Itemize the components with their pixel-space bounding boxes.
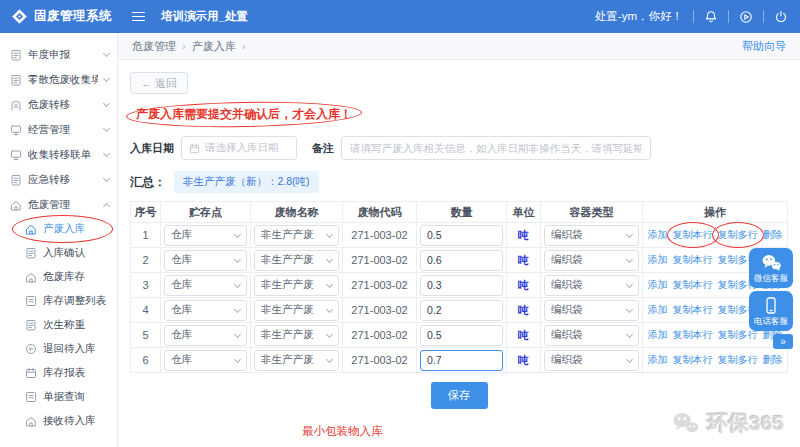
quantity-input[interactable] — [420, 275, 503, 296]
sidebar-subitem-document-query[interactable]: 单据查询 — [0, 385, 117, 409]
sidebar-item-annual-report[interactable]: 年度申报 — [0, 42, 117, 67]
sidebar-subitem-return-pending-inbound[interactable]: 退回待入库 — [0, 337, 117, 361]
sidebar-item-emergency-transfer[interactable]: 应急转移 — [0, 167, 117, 192]
header-right: 处置-ym，你好！ — [595, 9, 800, 24]
help-guide-link[interactable]: 帮助向导 — [742, 39, 786, 54]
wechat-service-button[interactable]: 微信客服 — [749, 248, 793, 288]
save-button[interactable]: 保存 — [431, 382, 488, 409]
table-row: 1仓库非生产产废271-003-02吨编织袋添加复制本行复制多行删除 — [131, 223, 788, 248]
active-tab[interactable]: 培训演示用_处置 — [161, 9, 248, 24]
quantity-input[interactable] — [420, 225, 503, 246]
waste-name-select[interactable]: 非生产产废 — [254, 325, 339, 346]
delete-row-link[interactable]: 删除 — [763, 228, 783, 242]
sidebar-subitem-receive-pending-inbound[interactable]: 接收待入库 — [0, 409, 117, 433]
container-type-select[interactable]: 编织袋 — [544, 250, 639, 271]
chevron-up-icon — [103, 202, 110, 209]
storage-select[interactable]: 仓库 — [164, 350, 247, 371]
storage-select[interactable]: 仓库 — [164, 325, 247, 346]
sidebar-subitem-waste-inbound[interactable]: 产废入库 — [0, 217, 117, 241]
storage-select[interactable]: 仓库 — [164, 250, 247, 271]
storage-select[interactable]: 仓库 — [164, 300, 247, 321]
add-row-link[interactable]: 添加 — [648, 278, 668, 292]
quantity-input[interactable] — [420, 300, 503, 321]
copy-row-link[interactable]: 复制本行 — [673, 253, 713, 267]
chevron-down-icon — [326, 281, 333, 288]
container-type-select[interactable]: 编织袋 — [544, 275, 639, 296]
quantity-input[interactable] — [420, 250, 503, 271]
container-type-select[interactable]: 编织袋 — [544, 325, 639, 346]
add-row-link[interactable]: 添加 — [648, 253, 668, 267]
phone-icon — [762, 296, 780, 315]
table-row: 3仓库非生产产废271-003-02吨编织袋添加复制本行复制多行删除 — [131, 273, 788, 298]
container-type-select[interactable]: 编织袋 — [544, 225, 639, 246]
sidebar-item-operation-management[interactable]: 经营管理 — [0, 117, 117, 142]
unit-label: 吨 — [507, 248, 541, 273]
quantity-input[interactable] — [420, 350, 503, 371]
breadcrumb-item[interactable]: 产废入库 — [192, 40, 236, 52]
delete-row-link[interactable]: 删除 — [763, 353, 783, 367]
watermark-text: 环保365 — [707, 409, 784, 437]
quantity-input[interactable] — [420, 325, 503, 346]
sidebar-item-scattered-hw-collection[interactable]: 零散危废收集填报 — [0, 67, 117, 92]
copy-row-link[interactable]: 复制本行 — [673, 303, 713, 317]
sidebar-subitem-inbound-confirm[interactable]: 入库确认 — [0, 241, 117, 265]
container-type-select[interactable]: 编织袋 — [544, 350, 639, 371]
sidebar-item-hw-transfer[interactable]: 危废转移 — [0, 92, 117, 117]
date-input[interactable]: 请选择入库日期 — [181, 136, 297, 160]
chevron-down-icon — [234, 306, 241, 313]
menu-toggle-icon[interactable] — [132, 12, 145, 22]
sidebar-subitem-hw-inventory[interactable]: 危废库存 — [0, 265, 117, 289]
sidebar-item-hw-management[interactable]: 危废管理 — [0, 192, 117, 217]
sidebar-subitem-label: 接收待入库 — [43, 414, 96, 428]
waste-name-select[interactable]: 非生产产废 — [254, 225, 339, 246]
add-row-link[interactable]: 添加 — [648, 303, 668, 317]
storage-select[interactable]: 仓库 — [164, 275, 247, 296]
chevron-down-icon — [626, 356, 633, 363]
back-circle-icon — [25, 343, 37, 355]
waste-code: 271-003-02 — [343, 273, 417, 298]
chevron-down-icon — [326, 231, 333, 238]
logout-power-icon[interactable] — [774, 10, 788, 24]
remark-input[interactable] — [341, 136, 651, 160]
sidebar-item-collection-transfer-manifest[interactable]: 收集转移联单 — [0, 142, 117, 167]
waste-name-select[interactable]: 非生产产废 — [254, 300, 339, 321]
copy-multi-row-link[interactable]: 复制多行 — [718, 353, 758, 367]
document-icon — [10, 49, 22, 61]
sidebar-subitem-inventory-adjust-list[interactable]: 库存调整列表 — [0, 289, 117, 313]
sidebar-subitem-secondary-weighing[interactable]: 次生称重 — [0, 313, 117, 337]
copy-row-link[interactable]: 复制本行 — [673, 278, 713, 292]
waste-name-select[interactable]: 非生产产废 — [254, 275, 339, 296]
unit-label: 吨 — [507, 273, 541, 298]
add-row-link[interactable]: 添加 — [648, 228, 668, 242]
sidebar-subitem-label: 产废入库 — [43, 222, 85, 236]
waste-name-select[interactable]: 非生产产废 — [254, 350, 339, 371]
storage-select[interactable]: 仓库 — [164, 225, 247, 246]
add-row-link[interactable]: 添加 — [648, 353, 668, 367]
waste-name-select[interactable]: 非生产产废 — [254, 250, 339, 271]
phone-service-button[interactable]: 电话客服 — [749, 291, 793, 331]
back-button[interactable]: ← 返回 — [130, 72, 188, 94]
copy-row-link[interactable]: 复制本行 — [673, 328, 713, 342]
copy-row-link[interactable]: 复制本行 — [673, 228, 713, 242]
container-type-select[interactable]: 编织袋 — [544, 300, 639, 321]
notification-bell-icon[interactable] — [704, 10, 718, 24]
table-row: 4仓库非生产产废271-003-02吨编织袋添加复制本行复制多行删除 — [131, 298, 788, 323]
chevron-down-icon — [103, 50, 110, 57]
breadcrumb-item[interactable]: 危废管理 — [132, 40, 176, 52]
sidebar-item-label: 危废管理 — [28, 198, 98, 212]
inbound-form: 入库日期 请选择入库日期 备注 — [130, 136, 788, 160]
copy-multi-row-link[interactable]: 复制多行 — [718, 228, 758, 242]
collapse-widget-button[interactable]: » — [773, 334, 793, 349]
column-header: 操作 — [643, 202, 788, 223]
help-play-circle-icon[interactable] — [739, 10, 753, 24]
copy-row-link[interactable]: 复制本行 — [673, 353, 713, 367]
add-row-link[interactable]: 添加 — [648, 328, 668, 342]
wechat-icon — [760, 253, 782, 272]
summary-label: 汇总： — [130, 174, 166, 191]
sidebar-subitem-inventory-report[interactable]: 库存报表 — [0, 361, 117, 385]
unit-label: 吨 — [507, 223, 541, 248]
document-icon — [25, 319, 37, 331]
save-row: 保存 — [130, 382, 788, 409]
top-header: 固废管理系统 培训演示用_处置 处置-ym，你好！ — [0, 0, 800, 33]
sidebar-subitem-label: 入库确认 — [43, 246, 85, 260]
